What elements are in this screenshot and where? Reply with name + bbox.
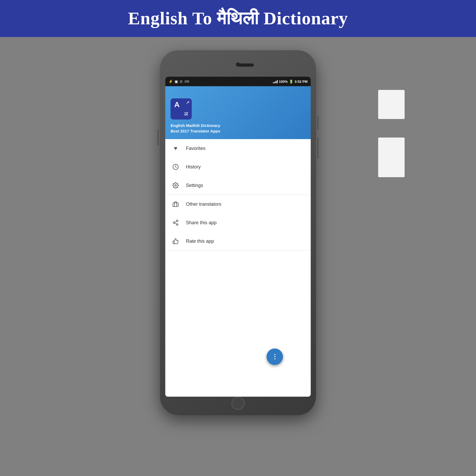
power-button-top bbox=[317, 116, 319, 130]
app-name-line2: Best 2017 Translator Apps bbox=[171, 128, 305, 134]
svg-point-1 bbox=[175, 185, 176, 186]
top-banner: English To मैथिली Dictionary bbox=[0, 0, 476, 37]
svg-point-5 bbox=[176, 224, 178, 225]
home-button[interactable] bbox=[231, 397, 245, 410]
status-left-icons: ⚡ ▣ ⊙ 100 bbox=[168, 79, 189, 84]
menu-item-other-translators[interactable]: Other translators bbox=[165, 195, 311, 213]
battery-icon: 🔋 bbox=[289, 80, 293, 84]
app-icon-arrow: ↗ bbox=[186, 100, 190, 106]
signal-bar-4 bbox=[277, 80, 278, 83]
svg-point-3 bbox=[176, 220, 178, 222]
app-name: English Maithili Dictionary Best 2017 Tr… bbox=[171, 123, 305, 134]
signal-bars bbox=[273, 80, 278, 83]
clock-icon bbox=[172, 163, 180, 171]
menu-item-history[interactable]: History bbox=[165, 158, 311, 176]
usb-icon: ⚡ bbox=[168, 79, 173, 84]
battery-percent: 100% bbox=[279, 80, 288, 84]
main-area: ⚡ ▣ ⊙ 100 100% 🔋 3: bbox=[0, 37, 476, 476]
menu-item-settings[interactable]: Settings bbox=[165, 176, 311, 195]
menu-item-rate[interactable]: Rate this app bbox=[165, 232, 311, 250]
app-name-line1: English Maithili Dictionary bbox=[171, 123, 305, 128]
rate-label: Rate this app bbox=[186, 239, 214, 244]
sync-icon: ⊙ bbox=[180, 79, 183, 84]
signal-bar-1 bbox=[273, 82, 274, 83]
phone-device: ⚡ ▣ ⊙ 100 100% 🔋 3: bbox=[160, 50, 316, 415]
share-label: Share this app bbox=[186, 220, 217, 226]
menu-item-share[interactable]: Share this app bbox=[165, 213, 311, 232]
thumbsup-icon bbox=[172, 237, 180, 245]
status-bar: ⚡ ▣ ⊙ 100 100% 🔋 3: bbox=[165, 77, 311, 86]
drawer-menu: ♥ Favorites History bbox=[165, 139, 311, 397]
share-icon bbox=[172, 219, 180, 227]
phone-speaker bbox=[238, 63, 254, 67]
right-panel-bottom bbox=[378, 138, 405, 177]
count-icon: 100 bbox=[184, 80, 189, 83]
status-right: 100% 🔋 3:52 PM bbox=[273, 80, 308, 84]
phone-bottom bbox=[165, 397, 311, 410]
menu-section-2: Other translators bbox=[165, 195, 311, 251]
svg-rect-2 bbox=[173, 203, 178, 207]
phone-screen: ⚡ ▣ ⊙ 100 100% 🔋 3: bbox=[165, 77, 311, 397]
power-button-bottom bbox=[317, 138, 319, 159]
signal-bar-3 bbox=[276, 81, 276, 83]
history-label: History bbox=[186, 164, 201, 170]
drawer-header: A ↗ अ English Maithili Dictionary Best 2… bbox=[165, 86, 311, 139]
image-icon: ▣ bbox=[175, 79, 178, 84]
svg-point-4 bbox=[173, 222, 175, 223]
app-icon-letter-a: A bbox=[174, 100, 180, 109]
volume-button bbox=[157, 130, 159, 145]
menu-item-favorites[interactable]: ♥ Favorites bbox=[165, 139, 311, 158]
fab-dots-icon: ⋮ bbox=[272, 353, 278, 360]
screen-content: ⚡ ▣ ⊙ 100 100% 🔋 3: bbox=[165, 77, 311, 397]
menu-section-1: ♥ Favorites History bbox=[165, 139, 311, 195]
svg-line-6 bbox=[175, 223, 177, 224]
clock: 3:52 PM bbox=[295, 80, 308, 84]
banner-title: English To मैथिली Dictionary bbox=[128, 8, 348, 29]
app-icon: A ↗ अ bbox=[171, 98, 192, 120]
heart-icon: ♥ bbox=[172, 144, 180, 152]
signal-bar-2 bbox=[274, 82, 275, 83]
settings-label: Settings bbox=[186, 183, 203, 188]
right-panel-top bbox=[378, 90, 405, 119]
svg-line-7 bbox=[175, 221, 177, 222]
other-translators-label: Other translators bbox=[186, 202, 221, 207]
favorites-label: Favorites bbox=[186, 146, 205, 151]
briefcase-icon bbox=[172, 200, 180, 208]
fab-button[interactable]: ⋮ bbox=[267, 349, 283, 365]
gear-icon bbox=[172, 181, 180, 189]
phone-top bbox=[165, 56, 311, 77]
app-icon-hindi: अ bbox=[184, 111, 188, 117]
